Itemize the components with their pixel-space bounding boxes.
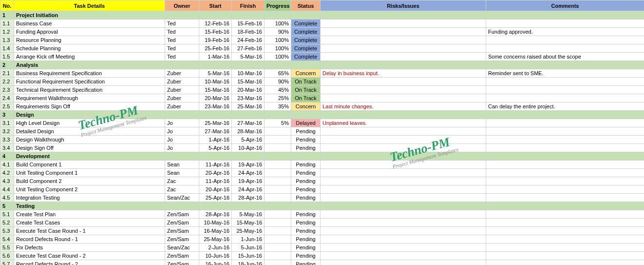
cell-owner[interactable]: Zuber xyxy=(165,86,199,94)
table-row[interactable]: 1.5Arrange Kick off MeetingTed1-Mar-165-… xyxy=(0,53,644,61)
cell-status[interactable]: Pending xyxy=(291,260,321,265)
cell-task[interactable]: Build Component 1 xyxy=(14,161,165,169)
cell-owner[interactable]: Ted xyxy=(165,36,199,44)
cell-comment[interactable] xyxy=(486,61,644,69)
cell-no[interactable]: 4.1 xyxy=(0,161,14,169)
cell-no[interactable]: 3.1 xyxy=(0,119,14,127)
cell-finish[interactable]: 24-Apr-16 xyxy=(232,185,265,194)
cell-no[interactable]: 2.3 xyxy=(0,86,14,94)
cell-no[interactable]: 5.4 xyxy=(0,235,14,244)
cell-risk[interactable] xyxy=(321,11,486,20)
cell-risk[interactable] xyxy=(321,53,486,61)
cell-risk[interactable] xyxy=(321,161,486,169)
cell-comment[interactable] xyxy=(486,161,644,169)
cell-comment[interactable] xyxy=(486,86,644,94)
cell-no[interactable]: 5.5 xyxy=(0,244,14,252)
cell-finish[interactable]: 5-Apr-16 xyxy=(232,136,265,144)
header-no[interactable]: No. xyxy=(0,0,14,11)
cell-progress[interactable]: 90% xyxy=(265,28,291,36)
cell-start[interactable]: 5-Mar-16 xyxy=(199,69,232,78)
cell-no[interactable]: 2.1 xyxy=(0,69,14,78)
cell-owner[interactable]: Zen/Sam xyxy=(165,252,199,260)
table-row[interactable]: 5.7Record Defects Round - 2Zen/Sam16-Jun… xyxy=(0,260,644,265)
cell-comment[interactable] xyxy=(486,169,644,177)
cell-no[interactable]: 3 xyxy=(0,111,14,119)
cell-no[interactable]: 5.3 xyxy=(0,227,14,235)
cell-task[interactable]: Unit Testing Component 1 xyxy=(14,169,165,177)
cell-progress[interactable]: 100% xyxy=(265,36,291,44)
table-row[interactable]: 3Design xyxy=(0,111,644,119)
cell-progress[interactable] xyxy=(265,210,291,219)
cell-task[interactable]: High Level Design xyxy=(14,119,165,127)
cell-risk[interactable] xyxy=(321,144,486,152)
cell-start[interactable]: 20-Apr-16 xyxy=(199,185,232,194)
cell-status[interactable] xyxy=(291,111,321,119)
cell-status[interactable]: Pending xyxy=(291,219,321,227)
cell-owner[interactable]: Zuber xyxy=(165,69,199,78)
cell-progress[interactable]: 100% xyxy=(265,44,291,53)
cell-owner[interactable]: Jo xyxy=(165,144,199,152)
table-row[interactable]: 5.2Create Test CasesZen/Sam10-May-1615-M… xyxy=(0,219,644,227)
table-row[interactable]: 1.1Business CaseTed12-Feb-1615-Feb-16100… xyxy=(0,20,644,28)
cell-start[interactable]: 10-Mar-16 xyxy=(199,78,232,86)
cell-owner[interactable]: Zac xyxy=(165,185,199,194)
cell-status[interactable]: Complete xyxy=(291,28,321,36)
cell-no[interactable]: 5.2 xyxy=(0,219,14,227)
cell-finish[interactable]: 23-Mar-16 xyxy=(232,94,265,102)
cell-task[interactable]: Create Test Cases xyxy=(14,219,165,227)
cell-risk[interactable] xyxy=(321,20,486,28)
cell-start[interactable]: 25-May-16 xyxy=(199,235,232,244)
cell-no[interactable]: 4.3 xyxy=(0,177,14,185)
cell-start[interactable]: 10-May-16 xyxy=(199,219,232,227)
cell-comment[interactable] xyxy=(486,127,644,136)
cell-risk[interactable] xyxy=(321,194,486,202)
cell-risk[interactable] xyxy=(321,36,486,44)
cell-task[interactable]: Development xyxy=(14,152,165,161)
cell-progress[interactable] xyxy=(265,111,291,119)
cell-owner[interactable] xyxy=(165,202,199,210)
cell-progress[interactable] xyxy=(265,252,291,260)
cell-task[interactable]: Build Component 2 xyxy=(14,177,165,185)
cell-risk[interactable]: Last minute changes. xyxy=(321,102,486,111)
cell-comment[interactable] xyxy=(486,194,644,202)
cell-no[interactable]: 4.5 xyxy=(0,194,14,202)
cell-start[interactable]: 23-Mar-16 xyxy=(199,102,232,111)
cell-risk[interactable]: Unplanned leaves. xyxy=(321,119,486,127)
cell-status[interactable]: Concern xyxy=(291,102,321,111)
cell-no[interactable]: 1 xyxy=(0,11,14,20)
cell-owner[interactable]: Sean/Zac xyxy=(165,194,199,202)
cell-no[interactable]: 3.2 xyxy=(0,127,14,136)
cell-status[interactable]: Pending xyxy=(291,194,321,202)
cell-finish[interactable]: 1-Jun-16 xyxy=(232,235,265,244)
cell-finish[interactable]: 28-Apr-16 xyxy=(232,194,265,202)
cell-finish[interactable]: 15-Jun-16 xyxy=(232,252,265,260)
cell-comment[interactable] xyxy=(486,152,644,161)
cell-task[interactable]: Design xyxy=(14,111,165,119)
cell-owner[interactable]: Zuber xyxy=(165,102,199,111)
cell-risk[interactable] xyxy=(321,177,486,185)
cell-no[interactable]: 3.3 xyxy=(0,136,14,144)
cell-comment[interactable] xyxy=(486,78,644,86)
cell-finish[interactable] xyxy=(232,152,265,161)
cell-start[interactable]: 19-Feb-16 xyxy=(199,36,232,44)
cell-risk[interactable] xyxy=(321,94,486,102)
cell-progress[interactable]: 100% xyxy=(265,20,291,28)
cell-owner[interactable]: Sean xyxy=(165,169,199,177)
cell-progress[interactable]: 100% xyxy=(265,53,291,61)
table-row[interactable]: 4.1Build Component 1Sean11-Apr-1619-Apr-… xyxy=(0,161,644,169)
cell-start[interactable]: 25-Apr-16 xyxy=(199,194,232,202)
cell-progress[interactable] xyxy=(265,136,291,144)
cell-start[interactable]: 2-Jun-16 xyxy=(199,244,232,252)
cell-start[interactable] xyxy=(199,202,232,210)
table-row[interactable]: 2.1Business Requirement SpecificationZub… xyxy=(0,69,644,78)
cell-comment[interactable] xyxy=(486,119,644,127)
cell-finish[interactable]: 5-Jun-16 xyxy=(232,244,265,252)
cell-progress[interactable]: 25% xyxy=(265,94,291,102)
header-task[interactable]: Task Details xyxy=(14,0,165,11)
cell-owner[interactable]: Ted xyxy=(165,28,199,36)
cell-task[interactable]: Design Walkthrough xyxy=(14,136,165,144)
cell-risk[interactable] xyxy=(321,185,486,194)
cell-risk[interactable] xyxy=(321,136,486,144)
cell-status[interactable]: On Track xyxy=(291,78,321,86)
cell-no[interactable]: 2.5 xyxy=(0,102,14,111)
